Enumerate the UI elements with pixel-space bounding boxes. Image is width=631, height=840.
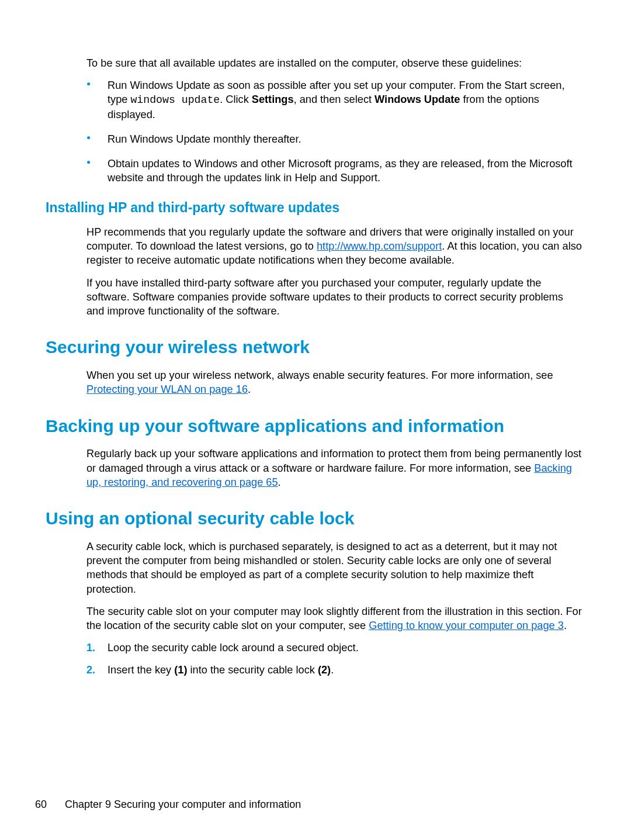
lock-paragraph-2: The security cable slot on your computer… [86, 604, 583, 632]
cable-lock-steps: 1. Loop the security cable lock around a… [86, 641, 583, 677]
bullet-text: Obtain updates to Windows and other Micr… [108, 158, 573, 184]
link-protecting-wlan[interactable]: Protecting your WLAN on page 16 [86, 383, 248, 395]
step-number: 2. [86, 663, 95, 677]
bullet-text: Run Windows Update as soon as possible a… [108, 79, 564, 120]
step-number: 1. [86, 641, 95, 655]
secure-paragraph: When you set up your wireless network, a… [86, 368, 583, 396]
link-hp-support[interactable]: http://www.hp.com/support [317, 240, 442, 252]
list-item: Run Windows Update monthly thereafter. [86, 132, 583, 146]
install-paragraph-2: If you have installed third-party softwa… [86, 276, 583, 319]
backup-paragraph: Regularly back up your software applicat… [86, 447, 583, 489]
page-body: To be sure that all available updates ar… [46, 56, 583, 686]
intro-paragraph: To be sure that all available updates ar… [86, 56, 583, 70]
step-text: Loop the security cable lock around a se… [108, 642, 359, 654]
page-footer: 60 Chapter 9 Securing your computer and … [35, 798, 301, 812]
page-number: 60 [35, 798, 62, 812]
heading-cable-lock: Using an optional security cable lock [46, 507, 583, 530]
bold-text: Settings [252, 94, 294, 105]
backup-block: Regularly back up your software applicat… [86, 447, 583, 489]
install-block: HP recommends that you regularly update … [86, 225, 583, 318]
lock-block: A security cable lock, which is purchase… [86, 540, 583, 677]
intro-block: To be sure that all available updates ar… [86, 56, 583, 185]
heading-install-updates: Installing HP and third-party software u… [46, 199, 583, 217]
bullet-text: Run Windows Update monthly thereafter. [108, 133, 301, 145]
lock-paragraph-1: A security cable lock, which is purchase… [86, 540, 583, 596]
heading-secure-wireless: Securing your wireless network [46, 336, 583, 359]
install-paragraph-1: HP recommends that you regularly update … [86, 225, 583, 268]
link-getting-to-know[interactable]: Getting to know your computer on page 3 [369, 620, 564, 631]
bold-text: Windows Update [375, 94, 460, 105]
update-guidelines-list: Run Windows Update as soon as possible a… [86, 78, 583, 185]
list-item: Run Windows Update as soon as possible a… [86, 78, 583, 122]
heading-backing-up: Backing up your software applications an… [46, 414, 583, 438]
chapter-title: Chapter 9 Securing your computer and inf… [65, 798, 301, 810]
mono-text: windows update [130, 94, 220, 106]
step-item: 1. Loop the security cable lock around a… [86, 641, 583, 655]
step-text: Insert the key (1) into the security cab… [108, 664, 334, 676]
list-item: Obtain updates to Windows and other Micr… [86, 157, 583, 185]
step-item: 2. Insert the key (1) into the security … [86, 663, 583, 677]
secure-block: When you set up your wireless network, a… [86, 368, 583, 396]
